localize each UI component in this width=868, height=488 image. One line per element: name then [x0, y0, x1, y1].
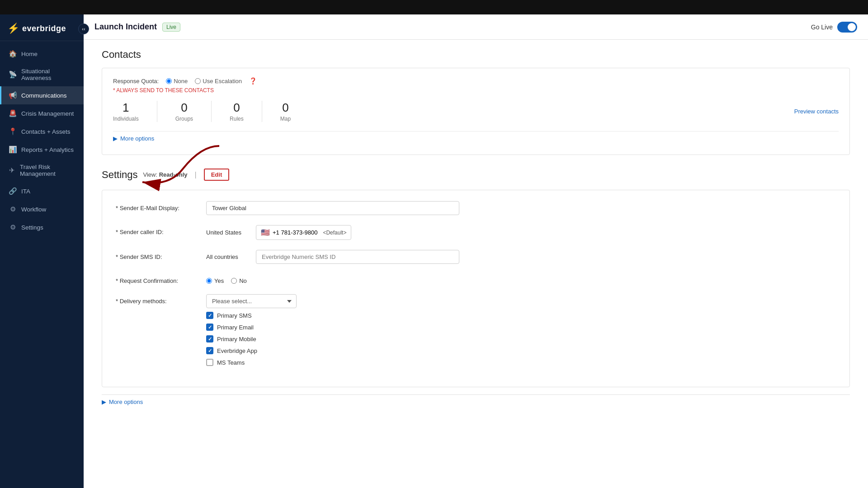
sidebar-nav: 🏠 Home 📡 Situational Awareness 📢 Communi… — [0, 41, 84, 488]
ms-teams-checkbox[interactable] — [206, 359, 213, 366]
sidebar-item-travel-risk[interactable]: ✈ Travel Risk Management — [0, 159, 84, 182]
crisis-management-icon: 🚨 — [9, 109, 17, 117]
settings-more-options-label: More options — [109, 399, 143, 405]
contacts-section: Contacts Response Quota: None — [102, 49, 850, 155]
travel-risk-icon: ✈ — [9, 166, 15, 174]
sidebar-item-ita[interactable]: 🔗 ITA — [0, 182, 84, 200]
stat-rules-value: 0 — [233, 101, 240, 115]
preview-contacts-link[interactable]: Preview contacts — [794, 108, 839, 115]
stat-groups: 0 Groups — [175, 101, 212, 122]
settings-section: Settings View: Read-only | Edit * Sender… — [102, 169, 850, 409]
delivery-checkboxes: ✓ Primary SMS ✓ Primary Email — [206, 312, 459, 366]
sidebar-logo: ⚡ everbridge — [0, 14, 84, 41]
main-content: Launch Incident Live Go Live Contacts R — [84, 14, 868, 488]
caller-phone-number: +1 781-373-9800 — [273, 229, 317, 236]
always-send-label: * ALWAYS SEND TO THESE CONTACTS — [113, 87, 839, 94]
settings-more-options[interactable]: ▶ More options — [102, 394, 850, 409]
primary-mobile-option[interactable]: ✓ Primary Mobile — [206, 335, 459, 343]
quota-options: None Use Escalation ❓ — [166, 77, 257, 84]
caller-id-row: United States 🇺🇸 +1 781-373-9800 <Defaul… — [206, 225, 459, 240]
logo-text: everbridge — [22, 24, 66, 33]
sidebar-item-reports-analytics[interactable]: 📊 Reports + Analytics — [0, 141, 84, 159]
stat-groups-label: Groups — [175, 116, 193, 122]
settings-header-row: Settings View: Read-only | Edit — [102, 169, 850, 181]
stat-individuals: 1 Individuals — [113, 101, 157, 122]
confirmation-yes-radio[interactable] — [206, 278, 212, 284]
caller-country: United States — [206, 229, 251, 236]
quota-escalation-radio[interactable] — [195, 78, 201, 84]
topbar-right: Go Live — [811, 22, 857, 33]
settings-more-options-chevron: ▶ — [102, 399, 106, 405]
caller-phone-display: 🇺🇸 +1 781-373-9800 <Default> — [256, 225, 351, 240]
delivery-methods-select[interactable]: Please select... — [206, 294, 297, 308]
sidebar-item-reports-analytics-label: Reports + Analytics — [21, 146, 74, 153]
primary-mobile-label: Primary Mobile — [217, 336, 256, 343]
primary-email-label: Primary Email — [217, 324, 254, 331]
request-confirmation-label: * Request Confirmation: — [116, 274, 197, 284]
sidebar-item-contacts-assets[interactable]: 📍 Contacts + Assets — [0, 122, 84, 141]
logo-icon: ⚡ — [7, 23, 19, 34]
stat-rules-label: Rules — [230, 116, 244, 122]
stat-individuals-value: 1 — [123, 101, 129, 115]
contacts-stats: 1 Individuals 0 Groups 0 Rules — [113, 101, 839, 122]
sms-id-input[interactable] — [256, 250, 459, 264]
confirmation-yes-option[interactable]: Yes — [206, 277, 224, 284]
contacts-more-options-label: More options — [120, 135, 154, 142]
edit-button[interactable]: Edit — [204, 169, 230, 181]
top-black-bar — [0, 0, 868, 14]
everbridge-app-checkbox[interactable]: ✓ — [206, 347, 213, 354]
quota-help-icon[interactable]: ❓ — [249, 77, 257, 84]
stat-map-value: 0 — [282, 101, 288, 115]
sidebar-collapse-button[interactable]: ‹‹ — [78, 23, 89, 34]
sidebar-item-crisis-management-label: Crisis Management — [21, 110, 74, 117]
content-area: Contacts Response Quota: None — [84, 40, 868, 488]
ms-teams-option[interactable]: MS Teams — [206, 359, 459, 366]
primary-email-option[interactable]: ✓ Primary Email — [206, 324, 459, 331]
everbridge-app-option[interactable]: ✓ Everbridge App — [206, 347, 459, 354]
contacts-heading: Contacts — [102, 49, 850, 61]
sidebar-item-situational-awareness[interactable]: 📡 Situational Awareness — [0, 63, 84, 86]
sidebar-item-home-label: Home — [21, 51, 38, 57]
sidebar-item-workflow-label: Workflow — [21, 206, 46, 213]
sidebar-item-situational-awareness-label: Situational Awareness — [21, 68, 76, 81]
workflow-icon: ⚙ — [9, 205, 17, 213]
delivery-methods-label: * Delivery methods: — [116, 294, 197, 305]
sms-id-row: All countries — [206, 250, 459, 264]
stat-map: 0 Map — [280, 101, 309, 122]
sidebar-item-home[interactable]: 🏠 Home — [0, 45, 84, 63]
sender-caller-label: * Sender caller ID: — [116, 225, 197, 235]
contacts-more-options-chevron: ▶ — [113, 135, 118, 142]
sidebar-item-workflow[interactable]: ⚙ Workflow — [0, 200, 84, 218]
primary-sms-option[interactable]: ✓ Primary SMS — [206, 312, 459, 319]
sender-sms-control: All countries — [206, 250, 459, 264]
primary-sms-checkbox[interactable]: ✓ — [206, 312, 213, 319]
contacts-more-options[interactable]: ▶ More options — [113, 131, 839, 145]
topbar: Launch Incident Live Go Live — [84, 14, 868, 40]
sidebar-item-ita-label: ITA — [21, 188, 30, 195]
primary-mobile-checkbox[interactable]: ✓ — [206, 335, 213, 343]
view-mode-label: View: Read-only — [143, 171, 188, 178]
request-confirmation-row: * Request Confirmation: Yes N — [116, 274, 836, 284]
sidebar-item-communications[interactable]: 📢 Communications — [0, 86, 84, 104]
confirmation-no-radio[interactable] — [231, 278, 237, 284]
quota-none-option[interactable]: None — [166, 78, 188, 84]
ita-icon: 🔗 — [9, 187, 17, 195]
page-title: Launch Incident — [94, 22, 157, 32]
go-live-toggle[interactable] — [837, 22, 857, 33]
confirmation-no-option[interactable]: No — [231, 277, 247, 284]
delivery-methods-row: * Delivery methods: Please select... ✓ — [116, 294, 836, 366]
sidebar-item-crisis-management[interactable]: 🚨 Crisis Management — [0, 104, 84, 122]
settings-heading: Settings — [102, 169, 138, 181]
sender-email-input[interactable] — [206, 201, 459, 215]
quota-none-radio[interactable] — [166, 78, 172, 84]
stat-map-label: Map — [280, 116, 291, 122]
go-live-label: Go Live — [811, 23, 833, 31]
primary-email-checkbox[interactable]: ✓ — [206, 324, 213, 331]
sidebar-item-settings[interactable]: ⚙ Settings — [0, 218, 84, 236]
caller-default-tag: <Default> — [323, 230, 346, 236]
stat-individuals-label: Individuals — [113, 116, 139, 122]
quota-escalation-option[interactable]: Use Escalation — [195, 78, 242, 84]
quota-none-label: None — [174, 78, 188, 84]
sender-email-row: * Sender E-Mail Display: — [116, 201, 836, 215]
stat-groups-value: 0 — [181, 101, 187, 115]
